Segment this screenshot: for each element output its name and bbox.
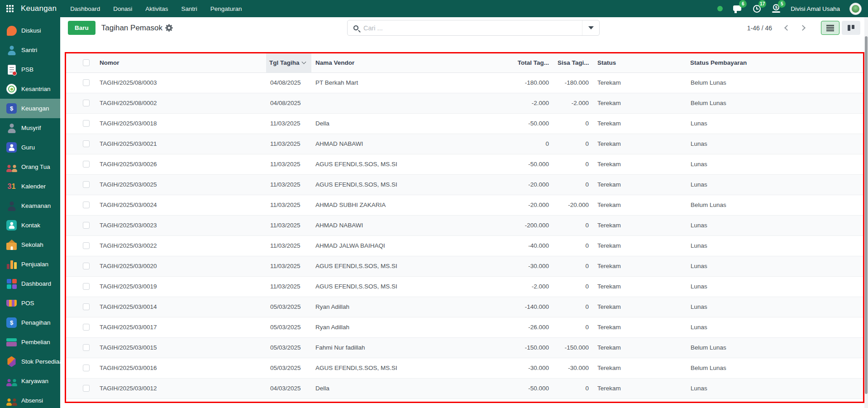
table-row[interactable]: TAGIH/2025/03/002611/03/2025AGUS EFENDI,… [66, 154, 863, 174]
sidebar-item-sekolah[interactable]: Sekolah [0, 235, 60, 254]
row-checkbox[interactable] [83, 181, 90, 188]
table-row[interactable]: TAGIH/2025/03/001811/03/2025Della-50.000… [66, 113, 863, 134]
table-row[interactable]: TAGIH/2025/03/002411/03/2025AHMAD SUBHI … [66, 195, 863, 215]
sidebar-item-pos[interactable]: POS [0, 293, 60, 313]
cell-tgl: 04/08/2025 [266, 72, 311, 93]
cell-pembayaran: Belum Lunas [686, 337, 863, 358]
apps-grid-icon[interactable] [6, 5, 14, 13]
nav-menu-donasi[interactable]: Donasi [113, 5, 132, 12]
sidebar-item-label: Keamanan [21, 202, 51, 209]
table-row[interactable]: TAGIH/2025/03/001204/03/2025Della-50.000… [66, 378, 863, 398]
table-row[interactable]: TAGIH/2025/03/001605/03/2025AGUS EFENDI,… [66, 358, 863, 378]
row-checkbox[interactable] [83, 324, 90, 331]
nav-menu-santri[interactable]: Santri [181, 5, 197, 12]
table-row[interactable]: TAGIH/2025/08/000204/08/2025-2.000-2.000… [66, 93, 863, 113]
sidebar-item-santri[interactable]: Santri [0, 40, 60, 60]
row-checkbox[interactable] [83, 242, 90, 249]
cell-tgl: 11/03/2025 [266, 134, 311, 154]
list-view-button[interactable] [821, 21, 839, 35]
scrollbar-thumb[interactable] [865, 36, 868, 394]
pager-next-button[interactable] [795, 21, 810, 35]
row-checkbox[interactable] [83, 140, 90, 147]
nav-menu-pengaturan[interactable]: Pengaturan [210, 5, 242, 12]
cell-checkbox [66, 317, 95, 337]
cell-checkbox [66, 337, 95, 358]
row-checkbox[interactable] [83, 120, 90, 127]
payments-button[interactable]: $ 5 [771, 3, 781, 14]
app-name[interactable]: Keuangan [21, 4, 57, 13]
cell-status: Terekam [593, 113, 686, 134]
sidebar-item-musyrif[interactable]: Musyrif [0, 118, 60, 138]
sidebar-item-kalender[interactable]: 31Kalender [0, 177, 60, 196]
table-row[interactable]: TAGIH/2025/03/001705/03/2025Ryan Adillah… [66, 317, 863, 337]
table-row[interactable]: TAGIH/2025/03/001505/03/2025Fahmi Nur fa… [66, 337, 863, 358]
table-row[interactable]: TAGIH/2025/08/000304/08/2025PT Berkah Ma… [66, 72, 863, 93]
sidebar-item-karyawan[interactable]: Karyawan [0, 371, 60, 391]
nav-menu-dashboard[interactable]: Dashboard [70, 5, 100, 12]
column-header-pembayaran[interactable]: Status Pembayaran [686, 53, 863, 72]
table-row[interactable]: TAGIH/2025/03/001405/03/2025Ryan Adillah… [66, 297, 863, 317]
column-header-total[interactable]: Total Tag... [490, 53, 553, 72]
vendor-bills-table: NomorTgl TagihaNama VendorTotal Tag...Si… [66, 53, 863, 403]
sidebar-item-keamanan[interactable]: Keamanan [0, 196, 60, 216]
column-header-sisa[interactable]: Sisa Tagi... [553, 53, 593, 72]
sidebar-item-orang-tua[interactable]: Orang Tua [0, 157, 60, 177]
row-checkbox[interactable] [83, 161, 90, 168]
cell-tgl: 04/08/2025 [266, 93, 311, 113]
sidebar-item-guru[interactable]: Guru [0, 138, 60, 157]
sidebar-item-stok-persediaan[interactable]: Stok Persediaan [0, 352, 60, 371]
new-button[interactable]: Baru [68, 21, 95, 35]
table-row[interactable]: TAGIH/2025/03/002111/03/2025AHMAD NABAWI… [66, 134, 863, 154]
sidebar-item-label: Pembelian [21, 339, 50, 346]
row-checkbox[interactable] [83, 100, 90, 106]
cell-checkbox [66, 72, 95, 93]
sidebar-item-penagihan[interactable]: $Penagihan [0, 313, 60, 332]
kanban-view-button[interactable] [842, 21, 860, 35]
search-dropdown-toggle[interactable] [582, 20, 599, 35]
sidebar-item-dashboard[interactable]: Dashboard [0, 274, 60, 293]
column-header-status[interactable]: Status [593, 53, 686, 72]
table-row[interactable]: TAGIH/2025/03/002511/03/2025AGUS EFENDI,… [66, 174, 863, 195]
sidebar-item-penjualan[interactable]: Penjualan [0, 254, 60, 274]
gear-icon[interactable] [166, 25, 172, 31]
row-checkbox[interactable] [83, 385, 90, 392]
column-header-vendor[interactable]: Nama Vendor [311, 53, 490, 72]
row-checkbox[interactable] [83, 365, 90, 371]
column-header-tgl[interactable]: Tgl Tagiha [266, 53, 311, 72]
row-checkbox[interactable] [83, 344, 90, 351]
table-row[interactable]: TAGIH/2025/03/001104/03/2025Della-100.00… [66, 398, 863, 403]
cell-nomor: TAGIH/2025/03/0024 [95, 195, 266, 215]
sidebar-item-pembelian[interactable]: Pembelian [0, 332, 60, 352]
table-row[interactable]: TAGIH/2025/03/001911/03/2025AGUS EFENDI,… [66, 276, 863, 297]
company-switcher[interactable]: Divisi Amal Usaha [791, 5, 840, 12]
cell-total: -40.000 [490, 235, 553, 256]
sidebar-item-absensi[interactable]: Absensi [0, 391, 60, 408]
cell-status: Terekam [593, 215, 686, 235]
row-checkbox[interactable] [83, 263, 90, 269]
sidebar-item-diskusi[interactable]: Diskusi [0, 21, 60, 40]
row-checkbox[interactable] [83, 79, 90, 86]
row-checkbox[interactable] [83, 303, 90, 310]
nav-menu-aktivitas[interactable]: Aktivitas [145, 5, 168, 12]
table-row[interactable]: TAGIH/2025/03/002011/03/2025AGUS EFENDI,… [66, 256, 863, 276]
row-checkbox[interactable] [83, 202, 90, 208]
sidebar-item-kontak[interactable]: Kontak [0, 216, 60, 235]
row-checkbox[interactable] [83, 222, 90, 229]
cell-pembayaran: Belum Lunas [686, 358, 863, 378]
table-row[interactable]: TAGIH/2025/03/002311/03/2025AHMAD NABAWI… [66, 215, 863, 235]
search-input[interactable] [358, 24, 582, 32]
cell-nomor: TAGIH/2025/03/0021 [95, 134, 266, 154]
table-row[interactable]: TAGIH/2025/03/002211/03/2025AHMAD JALWA … [66, 235, 863, 256]
cell-status: Terekam [593, 256, 686, 276]
sidebar-item-kesantrian[interactable]: Kesantrian [0, 79, 60, 99]
messages-button[interactable]: 6 [732, 3, 742, 14]
sidebar-item-keuangan[interactable]: $Keuangan [0, 99, 60, 118]
column-header-nomor[interactable]: Nomor [95, 53, 266, 72]
activities-button[interactable]: 17 [752, 3, 762, 14]
sidebar-item-psb[interactable]: PSB [0, 60, 60, 79]
user-avatar[interactable] [849, 3, 862, 15]
select-all-checkbox[interactable] [83, 59, 90, 66]
row-checkbox[interactable] [83, 283, 90, 290]
pager-previous-button[interactable] [779, 21, 795, 35]
sidebar-item-label: Musyrif [21, 125, 41, 131]
